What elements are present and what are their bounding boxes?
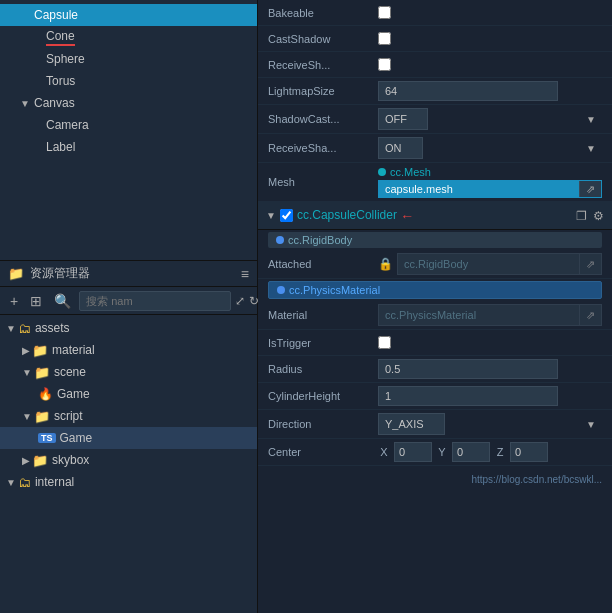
bakeable-row: Bakeable [258,0,612,26]
rigidbody-tooltip-dot [276,236,284,244]
asset-item-material[interactable]: ▶ 📁 material [0,339,257,361]
bakeable-checkbox[interactable] [378,6,391,19]
scene-label: scene [54,365,86,379]
tree-label-canvas: Canvas [34,96,75,110]
y-label: Y [436,446,448,458]
rigidbody-tooltip-row: cc.RigidBody [258,230,612,248]
collider-component-header: ▼ cc.CapsuleCollider ← ❐ ⚙ [258,202,612,230]
collider-collapse-arrow[interactable]: ▼ [266,210,276,221]
attached-ref-text: cc.RigidBody [404,258,468,270]
collider-enabled-checkbox[interactable] [280,209,293,222]
tree-item-torus[interactable]: Torus [0,70,257,92]
skybox-arrow: ▶ [22,455,30,466]
asset-item-skybox[interactable]: ▶ 📁 skybox [0,449,257,471]
castshadow-checkbox[interactable] [378,32,391,45]
receiveSha-dropdown[interactable]: ON [378,137,423,159]
internal-label: internal [35,475,74,489]
skybox-folder-icon: 📁 [32,453,48,468]
asset-item-script[interactable]: ▼ 📁 script [0,405,257,427]
menu-icon[interactable]: ≡ [241,266,249,282]
isTrigger-checkbox[interactable] [378,336,391,349]
tree-label-label: Label [46,140,75,154]
search-input[interactable] [79,291,231,311]
radius-input[interactable] [378,359,558,379]
tree-arrow-canvas: ▼ [20,98,34,109]
tree-item-sphere[interactable]: Sphere [0,48,257,70]
asset-item-game-script[interactable]: TS Game [0,427,257,449]
tree-item-capsule[interactable]: Capsule [0,4,257,26]
asset-item-game-scene[interactable]: 🔥 Game [0,383,257,405]
asset-item-scene[interactable]: ▼ 📁 scene [0,361,257,383]
center-label: Center [268,446,378,458]
material-row: Material cc.PhysicsMaterial ⇗ [258,301,612,330]
game-script-label: Game [60,431,93,445]
add-asset-button[interactable]: + [6,291,22,311]
center-x-input[interactable] [394,442,432,462]
center-row: Center X Y Z [258,439,612,466]
radius-value [378,359,602,379]
mesh-row: Mesh cc.Mesh capsule.mesh ⇗ [258,163,612,202]
material-tooltip-dot [277,286,285,294]
material-tooltip-row: cc.PhysicsMaterial [258,279,612,299]
center-z-input[interactable] [510,442,548,462]
skybox-label: skybox [52,453,89,467]
direction-row: Direction Y_AXIS X_AXIS Z_AXIS ▼ [258,410,612,439]
lightmapsize-input[interactable] [378,81,558,101]
asset-item-assets[interactable]: ▼ 🗂 assets [0,317,257,339]
direction-label: Direction [268,418,378,430]
shadowcast-value: OFF ▼ [378,108,602,130]
attached-ref-button[interactable]: ⇗ [579,254,601,274]
tree-label-torus: Torus [46,74,75,88]
direction-value: Y_AXIS X_AXIS Z_AXIS ▼ [378,413,602,435]
direction-dropdown[interactable]: Y_AXIS X_AXIS Z_AXIS [378,413,445,435]
cylinderHeight-label: CylinderHeight [268,390,378,402]
asset-manager-title: 资源管理器 [30,265,241,282]
isTrigger-value [378,336,602,349]
lightmapsize-row: LightmapSize [258,78,612,105]
receiveSha-label: ReceiveSha... [268,142,378,154]
receivesh-label: ReceiveSh... [268,59,378,71]
shadowcast-dropdown[interactable]: OFF [378,108,428,130]
collider-icons: ❐ ⚙ [576,209,604,223]
material-tooltip-text: cc.PhysicsMaterial [289,284,380,296]
lightmapsize-label: LightmapSize [268,85,378,97]
material-label: Material [268,309,378,321]
expand-icon[interactable]: ⤢ [235,294,245,308]
sort-button[interactable]: ⊞ [26,291,46,311]
tree-item-camera[interactable]: Camera [0,114,257,136]
bakeable-value [378,6,602,19]
tree-label-sphere: Sphere [46,52,85,66]
shadowcast-dropdown-wrapper: OFF ▼ [378,108,602,130]
material-ref-button[interactable]: ⇗ [579,305,601,325]
attached-ref-field: cc.RigidBody ⇗ [397,253,602,275]
mesh-ref-button[interactable]: ⇗ [579,181,601,197]
isTrigger-label: IsTrigger [268,337,378,349]
left-panel: Capsule Cone Sphere Torus ▼ Canvas Camer… [0,0,258,613]
mesh-label: Mesh [268,176,378,188]
center-y-input[interactable] [452,442,490,462]
receivesh-checkbox[interactable] [378,58,391,71]
tree-item-cone[interactable]: Cone [0,26,257,48]
watermark-text: https://blog.csdn.net/bcswkl... [471,474,602,485]
lock-icon: 🔒 [378,257,393,271]
rigidbody-tooltip-text: cc.RigidBody [288,234,352,246]
cylinderHeight-row: CylinderHeight [258,383,612,410]
receiveSha-dropdown-arrow: ▼ [586,143,596,154]
mesh-tooltip-text: cc.Mesh [390,166,431,178]
fire-icon: 🔥 [38,387,53,401]
collider-copy-icon[interactable]: ❐ [576,209,587,223]
collider-gear-icon[interactable]: ⚙ [593,209,604,223]
collider-component-name: cc.CapsuleCollider ← [297,208,576,224]
x-label: X [378,446,390,458]
assets-label: assets [35,321,70,335]
cylinderHeight-input[interactable] [378,386,558,406]
lightmapsize-value [378,81,602,101]
material-folder-icon: 📁 [32,343,48,358]
receivesh-row: ReceiveSh... [258,52,612,78]
attached-row: Attached 🔒 cc.RigidBody ⇗ [258,250,612,279]
asset-item-internal[interactable]: ▼ 🗂 internal [0,471,257,493]
tree-item-canvas[interactable]: ▼ Canvas [0,92,257,114]
search-button[interactable]: 🔍 [50,291,75,311]
bakeable-label: Bakeable [268,7,378,19]
tree-item-label[interactable]: Label [0,136,257,158]
